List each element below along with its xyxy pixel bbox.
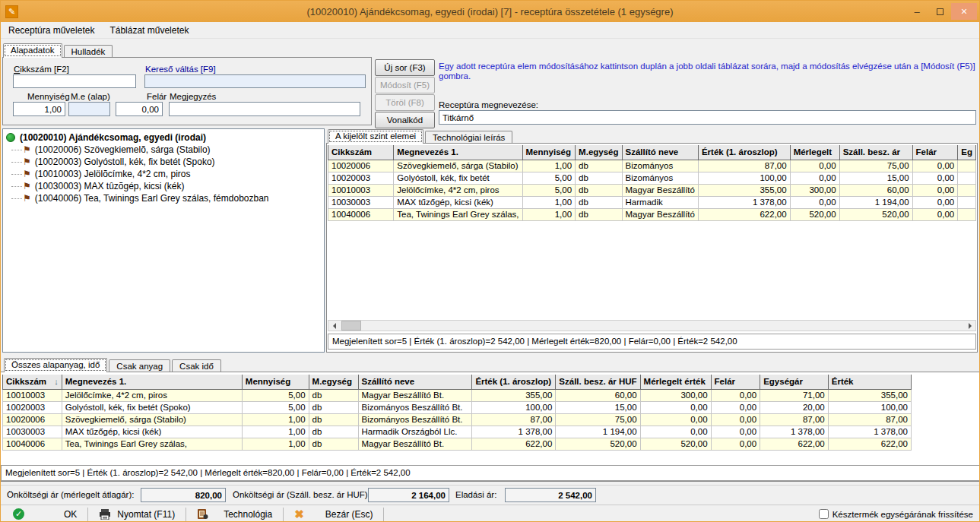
tab-csak-ido[interactable]: Csak idő — [172, 359, 221, 372]
modosit-button[interactable]: Módosít (F5) — [375, 77, 435, 93]
column-header[interactable]: Felár — [711, 375, 760, 389]
column-header[interactable]: Eg — [958, 145, 976, 160]
tree-root-node[interactable]: (10020010) Ajándékcsomag, egyedi (irodai… — [5, 131, 322, 144]
table-cell: 1,00 — [522, 196, 576, 208]
column-header[interactable]: Szállító neve — [622, 145, 698, 160]
update-unit-price-checkbox[interactable] — [819, 509, 829, 519]
scroll-left-icon[interactable] — [328, 321, 340, 331]
tree-child-node[interactable]: ⚑(10030003) MAX tûzõgép, kicsi (kék) — [5, 180, 322, 192]
table-cell: db — [309, 426, 358, 438]
table-row[interactable]: 10010003Jelölőcímke, 4*2 cm, piros5,00db… — [328, 184, 976, 196]
table-cell: 75,00 — [839, 160, 912, 172]
menu-tablazat-muveletek[interactable]: Táblázat műveletek — [102, 23, 196, 38]
torol-button[interactable]: Töröl (F8) — [375, 94, 435, 111]
table-cell: db — [576, 196, 622, 208]
close-button[interactable]: × — [951, 3, 977, 20]
recipe-name-input[interactable] — [439, 110, 976, 125]
column-header[interactable]: Cikkszám — [328, 145, 394, 160]
column-header[interactable]: Szállító neve — [358, 375, 472, 389]
tab-kijelolt-szint-elemei[interactable]: A kijelölt szint elemei — [328, 129, 423, 144]
column-header[interactable]: M.egység — [576, 145, 622, 160]
tab-alapadatok[interactable]: Alapadatok — [3, 43, 62, 58]
table-row[interactable]: 10020006Szövegkiemelő, sárga (Stabilo)1,… — [328, 160, 976, 172]
megjegyzes-input[interactable] — [169, 102, 360, 116]
table-cell: 20,00 — [760, 401, 829, 413]
tree-connector — [11, 186, 22, 187]
close-dialog-button[interactable]: ✖ Bezár (Esc) — [284, 508, 383, 521]
cikkszam-input[interactable] — [13, 74, 136, 88]
table-cell: 87,00 — [472, 413, 556, 426]
column-header[interactable]: Cikkszám↓ — [3, 375, 62, 389]
felar-label: Felár — [147, 92, 167, 101]
tree-child-node[interactable]: ⚑(10020006) Szövegkiemelõ, sárga (Stabil… — [5, 144, 322, 156]
ok-button[interactable]: ✓ OK — [1, 508, 87, 521]
table-cell: 10020006 — [328, 160, 394, 172]
component-flag-icon: ⚑ — [23, 157, 31, 166]
tree-child-node[interactable]: ⚑(10020003) Golyóstoll, kék, fix betét (… — [5, 156, 322, 168]
column-header[interactable]: Mérlegelt érték — [640, 375, 711, 389]
table-cell: db — [576, 184, 622, 196]
column-header[interactable]: Egységár — [760, 375, 829, 389]
menu-receptura-muveletek[interactable]: Receptúra műveletek — [1, 23, 102, 38]
table-row[interactable]: 10010003Jelölőcímke, 4*2 cm, piros5,00db… — [3, 389, 912, 401]
tree-child-node[interactable]: ⚑(10010003) Jelölõcímke, 4*2 cm, piros — [5, 168, 322, 180]
table-cell: 10020006 — [3, 413, 62, 426]
column-header[interactable]: M.egység — [309, 375, 358, 389]
table-cell: 355,00 — [472, 389, 556, 401]
table-cell: 1 378,00 — [472, 426, 556, 438]
column-header[interactable]: Érték (1. ároszlop) — [472, 375, 556, 389]
table-cell — [958, 196, 976, 208]
tab-csak-anyag[interactable]: Csak anyag — [109, 359, 170, 372]
table-cell — [958, 184, 976, 196]
scroll-right-icon[interactable] — [964, 321, 975, 331]
column-header[interactable]: Mérlegelt — [790, 145, 839, 160]
vonalkod-button[interactable]: Vonalkód — [375, 112, 435, 128]
technology-button[interactable]: Technológia — [186, 508, 283, 521]
recipe-tree[interactable]: (10020010) Ajándékcsomag, egyedi (irodai… — [2, 128, 325, 353]
felar-input[interactable] — [116, 102, 163, 116]
table-row[interactable]: 10030003MAX tűzőgép, kicsi (kék)1,00dbHa… — [328, 196, 976, 208]
upper-grid-hscrollbar[interactable] — [328, 320, 976, 331]
table-row[interactable]: 10030003MAX tűzőgép, kicsi (kék)1,00dbHa… — [3, 426, 912, 438]
column-header[interactable]: Mennyiség — [242, 375, 309, 389]
materials-table[interactable]: Cikkszám↓Megnevezés 1.MennyiségM.egységS… — [2, 375, 912, 451]
table-cell: 10010003 — [328, 184, 394, 196]
column-header[interactable]: Megnevezés 1. — [62, 375, 242, 389]
mennyiseg-input[interactable] — [13, 102, 65, 116]
column-header[interactable]: Száll. besz. ár HUF — [556, 375, 640, 389]
tab-osszes-alapanyag[interactable]: Összes alapanyag, idő — [4, 358, 107, 372]
kereso-valtas-input[interactable] — [144, 74, 366, 88]
table-cell: 87,00 — [828, 413, 911, 426]
table-cell: 10020003 — [3, 401, 62, 413]
column-header[interactable]: Száll. besz. ár — [839, 145, 912, 160]
table-cell: 10030003 — [3, 426, 62, 438]
maximize-icon — [937, 8, 944, 15]
tab-hulladek[interactable]: Hulladék — [64, 45, 113, 58]
table-row[interactable]: 10020003Golyóstoll, kék, fix betét (Spok… — [3, 401, 912, 413]
table-cell: 0,00 — [912, 184, 958, 196]
table-row[interactable]: 10040006Tea, Twinings Earl Grey szálas,1… — [3, 438, 912, 450]
table-cell: 0,00 — [790, 196, 839, 208]
table-row[interactable]: 10040006Tea, Twinings Earl Grey szálas,1… — [328, 208, 976, 220]
table-row[interactable]: 10020003Golyóstoll, kék, fix betét5,00db… — [328, 172, 976, 184]
column-header[interactable]: Érték (1. ároszlop) — [698, 145, 790, 160]
table-cell: 87,00 — [760, 413, 829, 426]
me-alap-input[interactable] — [68, 102, 110, 116]
uj-sor-button[interactable]: Új sor (F3) — [375, 59, 435, 76]
tab-technologiai-leiras[interactable]: Technológiai leírás — [425, 131, 512, 144]
minimize-button[interactable]: – — [905, 4, 928, 19]
table-row[interactable]: 10020006Szövegkiemelő, sárga (Stabilo)1,… — [3, 413, 912, 426]
column-header[interactable]: Mennyiség — [522, 145, 576, 160]
table-cell: 520,00 — [640, 438, 711, 450]
components-table[interactable]: CikkszámMegnevezés 1.MennyiségM.egységSz… — [328, 145, 976, 221]
scrollbar-thumb[interactable] — [341, 321, 361, 331]
cikkszam-label: Cikkszám [F2] — [14, 65, 69, 74]
column-header[interactable]: Érték — [828, 375, 911, 389]
column-header[interactable]: Megnevezés 1. — [394, 145, 522, 160]
tree-child-node[interactable]: ⚑(10040006) Tea, Twinings Earl Grey szál… — [5, 192, 322, 204]
mennyiseg-label: Mennyiség — [27, 92, 70, 101]
table-cell: Harmadik Országból Llc. — [358, 426, 472, 438]
print-button[interactable]: Nyomtat (F11) — [88, 508, 186, 521]
column-header[interactable]: Felár — [912, 145, 958, 160]
maximize-button[interactable] — [928, 4, 951, 19]
